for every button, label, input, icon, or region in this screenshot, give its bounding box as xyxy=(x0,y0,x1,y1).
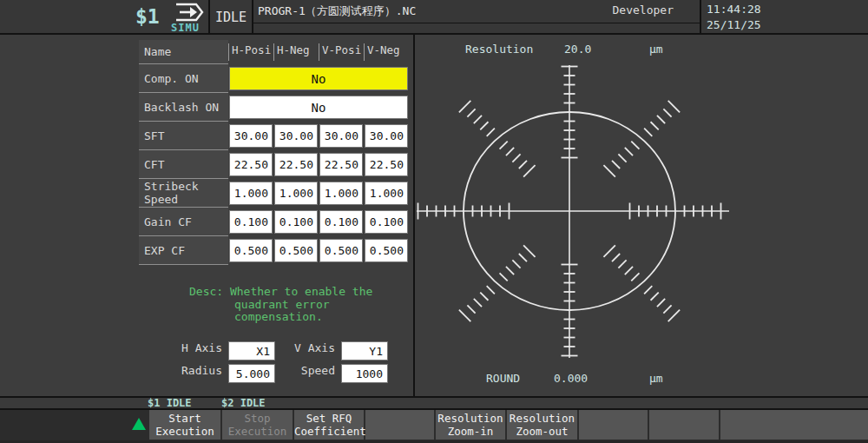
header-v-posi: V-Posi xyxy=(319,43,364,61)
stribeck-speed-cell[interactable]: 1.000 xyxy=(319,182,363,205)
v-axis-label: V Axis xyxy=(252,341,335,354)
channel2-status: $2 IDLE xyxy=(221,398,266,408)
axis-row: H Axis X1 V Axis Y1 xyxy=(0,341,413,360)
table-row: Gain CF 0.100 0.100 0.100 0.100 xyxy=(139,208,409,236)
gain-cf-cell[interactable]: 0.100 xyxy=(229,210,273,234)
header-name: Name xyxy=(139,40,228,64)
mode-label: SIMU xyxy=(171,22,200,34)
gain-cf-cell[interactable]: 0.100 xyxy=(274,210,318,234)
round-unit: µm xyxy=(649,372,663,385)
machine-state: IDLE xyxy=(210,0,252,35)
row-label: Backlash ON xyxy=(139,93,228,122)
round-label: ROUND xyxy=(486,372,520,385)
row-label: Comp. ON xyxy=(139,64,228,93)
gain-cf-cell[interactable]: 0.100 xyxy=(319,210,363,234)
header-h-posi: H-Posi xyxy=(228,43,273,61)
cft-cell[interactable]: 22.50 xyxy=(229,153,273,176)
table-header: Name H-Posi H-Neg V-Posi V-Neg xyxy=(139,40,409,64)
resolution-zoom-in-button[interactable]: ResolutionZoom-in xyxy=(436,410,505,440)
exp-cf-cell[interactable]: 0.500 xyxy=(319,239,363,262)
table-row: Comp. ON No xyxy=(139,64,409,93)
sft-cell[interactable]: 30.00 xyxy=(274,124,318,148)
softkey-empty[interactable] xyxy=(579,410,648,440)
row-label: EXP CF xyxy=(139,236,228,265)
header-v-neg: V-Neg xyxy=(364,43,409,61)
round-value: 0.000 xyxy=(554,372,588,385)
program-box: PROGR-1（方圆测试程序）.NC Developer xyxy=(253,0,700,35)
channel1-status: $1 IDLE xyxy=(148,398,192,408)
v-axis-field[interactable]: Y1 xyxy=(341,341,388,360)
stribeck-speed-cell[interactable]: 1.000 xyxy=(274,182,318,205)
row-label: SFT xyxy=(139,122,228,150)
program-name: PROGR-1（方圆测试程序）.NC xyxy=(258,3,416,19)
channel-number: $1 xyxy=(135,5,160,28)
clock-box: 11:44:28 25/11/25 xyxy=(701,0,868,35)
radius-speed-row: Radius 5.000 Speed 1000 xyxy=(0,364,413,383)
user-level: Developer xyxy=(613,3,674,17)
description-text: Desc: Whether to enable the quadrant err… xyxy=(189,286,372,324)
header-h-neg: H-Neg xyxy=(273,43,319,61)
top-bar: $1 SIMU IDLE PROGR-1（方圆测试程序）.NC Develope… xyxy=(0,0,868,35)
table-row: Stribeck Speed 1.000 1.000 1.000 1.000 xyxy=(139,179,409,208)
table-row: EXP CF 0.500 0.500 0.500 0.500 xyxy=(139,236,409,265)
roundness-plot xyxy=(415,36,868,396)
desc-label: Desc: xyxy=(189,285,223,298)
start-execution-button[interactable]: StartExecution xyxy=(149,410,220,440)
time-display: 11:44:28 xyxy=(707,3,761,16)
compensation-table: Name H-Posi H-Neg V-Posi V-Neg Comp. ON … xyxy=(139,40,409,265)
speed-field[interactable]: 1000 xyxy=(341,364,388,383)
exp-cf-cell[interactable]: 0.500 xyxy=(229,239,273,262)
cft-cell[interactable]: 22.50 xyxy=(274,153,318,176)
table-row: SFT 30.00 30.00 30.00 30.00 xyxy=(139,122,409,150)
row-label: Stribeck Speed xyxy=(139,179,228,208)
cft-cell[interactable]: 22.50 xyxy=(319,153,363,176)
cft-cell[interactable]: 22.50 xyxy=(365,153,408,176)
table-row: Backlash ON No xyxy=(139,93,409,122)
table-row: CFT 22.50 22.50 22.50 22.50 xyxy=(139,150,409,179)
gain-cf-cell[interactable]: 0.100 xyxy=(365,210,408,234)
channel-status-bar: $1 IDLE $2 IDLE xyxy=(0,396,868,410)
comp-on-field[interactable]: No xyxy=(229,67,408,90)
stop-execution-button[interactable]: StopExecution xyxy=(222,410,293,440)
radius-label: Radius xyxy=(139,364,222,377)
softkey-empty[interactable] xyxy=(720,410,868,440)
softkey-empty[interactable] xyxy=(365,410,434,440)
softkey-bar: StartExecution StopExecution Set RFQCoef… xyxy=(0,410,868,440)
cnc-screen: $1 SIMU IDLE PROGR-1（方圆测试程序）.NC Develope… xyxy=(0,0,868,443)
softkey-level-indicator-icon xyxy=(132,418,146,430)
h-axis-label: H Axis xyxy=(139,341,222,354)
divider xyxy=(253,23,700,23)
row-label: Gain CF xyxy=(139,208,228,236)
sft-cell[interactable]: 30.00 xyxy=(229,124,273,148)
set-rfq-coefficient-button[interactable]: Set RFQCoefficient xyxy=(294,410,364,440)
stribeck-speed-cell[interactable]: 1.000 xyxy=(229,182,273,205)
stribeck-speed-cell[interactable]: 1.000 xyxy=(365,182,408,205)
backlash-on-field[interactable]: No xyxy=(229,96,408,119)
date-display: 25/11/25 xyxy=(707,18,761,31)
exp-cf-cell[interactable]: 0.500 xyxy=(274,239,318,262)
sft-cell[interactable]: 30.00 xyxy=(365,124,408,148)
row-label: CFT xyxy=(139,150,228,179)
speed-label: Speed xyxy=(252,364,335,377)
softkey-empty[interactable] xyxy=(649,410,719,440)
sft-cell[interactable]: 30.00 xyxy=(319,124,363,148)
exp-cf-cell[interactable]: 0.500 xyxy=(365,239,408,262)
resolution-zoom-out-button[interactable]: ResolutionZoom-out xyxy=(507,410,577,440)
